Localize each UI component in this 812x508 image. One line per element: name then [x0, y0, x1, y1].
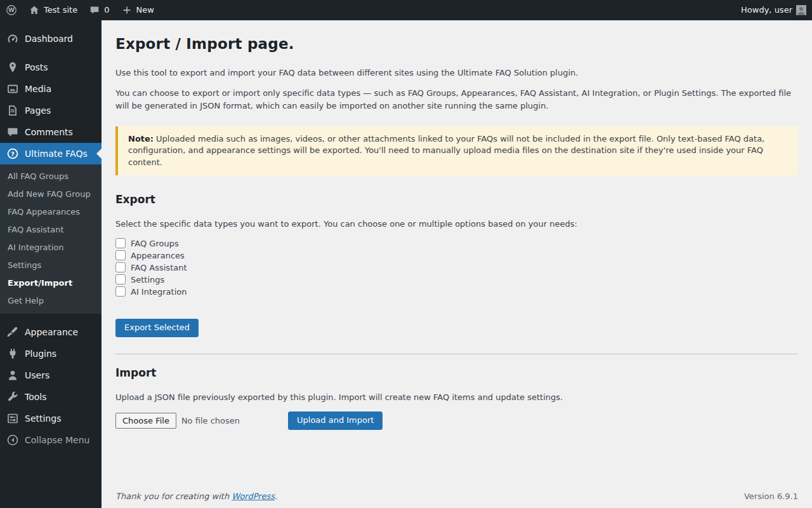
new-label: New [136, 4, 154, 17]
site-name: Test site [44, 4, 77, 17]
checkbox-label-ai-integration[interactable]: AI Integration [131, 286, 187, 298]
checkbox-faq-groups[interactable] [115, 238, 126, 248]
submenu-faq-appearances[interactable]: FAQ Appearances [0, 203, 102, 221]
sidebar-item-label: Tools [25, 391, 47, 404]
svg-text:?: ? [11, 150, 15, 157]
choose-file-button[interactable]: Choose File [115, 413, 176, 429]
sidebar-item-plugins[interactable]: Plugins [0, 343, 102, 364]
faq-plugin-icon: ? [6, 147, 19, 160]
export-option-row: Settings [115, 274, 798, 284]
appearance-icon [6, 326, 19, 338]
export-option-row: AI Integration [115, 286, 798, 297]
avatar [796, 5, 806, 15]
admin-footer: Thank you for creating with WordPress. V… [115, 490, 798, 503]
sidebar-item-appearance[interactable]: Appearance [0, 321, 102, 343]
checkbox-label-faq-groups[interactable]: FAQ Groups [131, 237, 179, 250]
checkbox-appearances[interactable] [115, 250, 126, 260]
file-input[interactable]: Choose File No file chosen [115, 413, 288, 429]
note-text: Uploaded media such as images, videos, o… [128, 134, 764, 167]
admin-bar: W Test site 0 New Howdy, user [0, 0, 812, 20]
submenu-export-import[interactable]: Export/Import [0, 274, 102, 292]
note-box: Note:Uploaded media such as images, vide… [115, 126, 798, 175]
submenu-add-new-faq-group[interactable]: Add New FAQ Group [0, 185, 102, 203]
submenu-settings[interactable]: Settings [0, 257, 102, 274]
footer-thanks: Thank you for creating with WordPress. [115, 490, 277, 503]
plus-icon [121, 4, 133, 16]
wordpress-logo-icon: W [6, 4, 17, 16]
site-name-menu[interactable]: Test site [23, 0, 83, 20]
page-title: Export / Import page. [115, 33, 798, 55]
sidebar-item-label: Ultimate FAQs [25, 147, 88, 161]
checkbox-settings[interactable] [115, 274, 126, 284]
export-selected-button[interactable]: Export Selected [115, 319, 199, 337]
sidebar-item-label: Plugins [25, 347, 56, 361]
home-icon [29, 4, 40, 16]
dashboard-icon [6, 32, 19, 45]
checkbox-label-faq-assistant[interactable]: FAQ Assistant [131, 262, 187, 274]
comment-count: 0 [104, 4, 109, 17]
posts-icon [6, 61, 19, 74]
svg-text:W: W [8, 7, 15, 13]
sidebar-item-label: Dashboard [25, 32, 73, 46]
checkbox-label-appearances[interactable]: Appearances [131, 250, 185, 262]
sidebar-item-label: Media [25, 83, 51, 96]
sidebar-item-comments[interactable]: Comments [0, 121, 102, 143]
tools-icon [6, 391, 19, 403]
new-content-menu[interactable]: New [115, 0, 160, 20]
sidebar-item-media[interactable]: Media [0, 78, 102, 100]
settings-icon [6, 412, 19, 425]
sidebar-item-settings[interactable]: Settings [0, 408, 102, 429]
sidebar-item-ultimate-faqs[interactable]: ? Ultimate FAQs [0, 143, 102, 164]
file-status-text: No file chosen [181, 415, 240, 427]
sidebar-item-users[interactable]: Users [0, 364, 102, 386]
ultimate-faqs-submenu: All FAQ Groups Add New FAQ Group FAQ App… [0, 164, 102, 314]
plugins-icon [6, 347, 19, 360]
submenu-faq-assistant[interactable]: FAQ Assistant [0, 221, 102, 239]
submenu-ai-integration[interactable]: AI Integration [0, 239, 102, 257]
admin-sidebar: Dashboard Posts Media Pages Comments ? U… [0, 20, 102, 508]
sidebar-item-label: Comments [25, 126, 73, 139]
sidebar-item-label: Pages [25, 104, 51, 117]
intro-paragraph-1: Use this tool to export and import your … [115, 67, 798, 79]
comments-shortcut[interactable]: 0 [83, 0, 115, 20]
sidebar-item-label: Appearance [25, 326, 78, 339]
sidebar-item-posts[interactable]: Posts [0, 57, 102, 78]
checkbox-faq-assistant[interactable] [115, 262, 126, 272]
wordpress-link[interactable]: WordPress [232, 491, 275, 501]
submenu-all-faq-groups[interactable]: All FAQ Groups [0, 168, 102, 185]
note-label: Note: [128, 134, 154, 144]
main-content: Export / Import page. Use this tool to e… [102, 20, 812, 508]
section-divider [115, 354, 798, 354]
export-heading: Export [115, 192, 798, 208]
sidebar-item-pages[interactable]: Pages [0, 100, 102, 121]
my-account-menu[interactable]: Howdy, user [735, 0, 812, 20]
checkbox-ai-integration[interactable] [115, 286, 126, 297]
checkbox-label-settings[interactable]: Settings [131, 274, 164, 286]
submenu-get-help[interactable]: Get Help [0, 292, 102, 310]
wordpress-logo-menu[interactable]: W [0, 0, 23, 20]
export-option-row: Appearances [115, 250, 798, 260]
collapse-menu-label: Collapse Menu [25, 434, 89, 447]
sidebar-item-tools[interactable]: Tools [0, 386, 102, 408]
users-icon [6, 369, 19, 382]
sidebar-item-label: Users [25, 369, 49, 382]
footer-version: Version 6.9.1 [744, 490, 798, 503]
footer-thanks-prefix: Thank you for creating with [115, 491, 232, 501]
comments-icon [6, 126, 19, 138]
sidebar-item-label: Posts [25, 61, 48, 74]
import-controls: Choose File No file chosen Upload and Im… [115, 411, 798, 430]
collapse-arrow-icon [6, 434, 19, 446]
comment-bubble-icon [89, 4, 100, 16]
intro-paragraph-2: You can choose to export or import only … [115, 87, 798, 112]
sidebar-item-label: Settings [25, 412, 61, 425]
sidebar-item-dashboard[interactable]: Dashboard [0, 28, 102, 50]
howdy-text: Howdy, user [741, 4, 792, 17]
menu-separator [0, 314, 102, 321]
media-icon [6, 83, 19, 95]
export-option-row: FAQ Assistant [115, 262, 798, 272]
footer-thanks-suffix: . [275, 491, 277, 501]
menu-separator [0, 50, 102, 57]
upload-and-import-button[interactable]: Upload and Import [288, 411, 383, 430]
collapse-menu-button[interactable]: Collapse Menu [0, 429, 102, 451]
export-description: Select the specific data types you want … [115, 218, 798, 231]
